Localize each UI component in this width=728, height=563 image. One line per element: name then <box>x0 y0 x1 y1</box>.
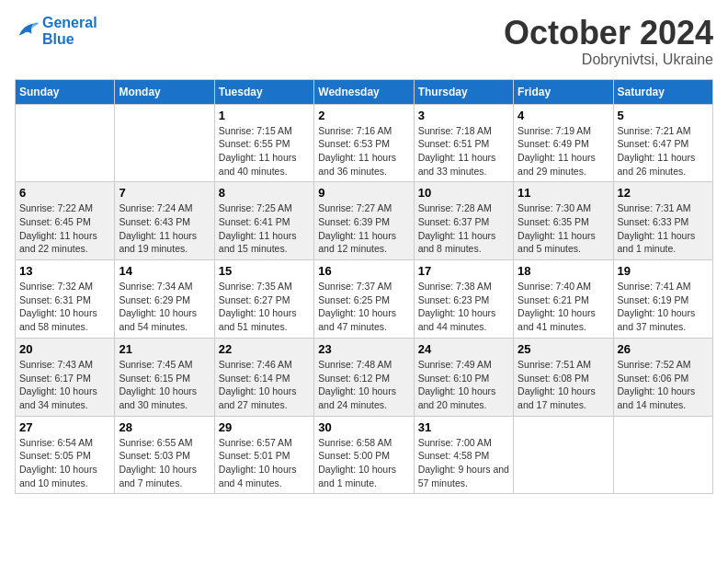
calendar-day-cell: 29Sunrise: 6:57 AMSunset: 5:01 PMDayligh… <box>214 416 313 494</box>
calendar-day-cell: 10Sunrise: 7:28 AMSunset: 6:37 PMDayligh… <box>414 182 513 260</box>
day-number: 17 <box>418 264 509 278</box>
day-info: Sunrise: 7:41 AMSunset: 6:19 PMDaylight:… <box>618 280 709 334</box>
day-info: Sunrise: 7:52 AMSunset: 6:06 PMDaylight:… <box>618 358 709 412</box>
calendar-day-cell: 15Sunrise: 7:35 AMSunset: 6:27 PMDayligh… <box>214 260 313 339</box>
day-info: Sunrise: 7:22 AMSunset: 6:45 PMDaylight:… <box>19 201 110 256</box>
day-number: 5 <box>618 109 709 122</box>
calendar-day-cell <box>613 416 712 494</box>
day-number: 13 <box>19 264 110 278</box>
calendar-day-cell: 18Sunrise: 7:40 AMSunset: 6:21 PMDayligh… <box>514 260 613 339</box>
day-number: 27 <box>19 420 110 434</box>
day-number: 15 <box>219 264 310 278</box>
day-info: Sunrise: 7:38 AMSunset: 6:23 PMDaylight:… <box>418 280 509 334</box>
day-number: 30 <box>318 420 409 434</box>
day-number: 2 <box>318 109 409 122</box>
day-number: 18 <box>518 264 609 278</box>
day-info: Sunrise: 7:15 AMSunset: 6:55 PMDaylight:… <box>219 124 310 178</box>
day-info: Sunrise: 7:46 AMSunset: 6:14 PMDaylight:… <box>219 358 310 412</box>
header: General Blue October 2024 Dobrynivtsi, U… <box>15 15 713 68</box>
day-info: Sunrise: 7:51 AMSunset: 6:08 PMDaylight:… <box>518 358 609 412</box>
calendar-day-cell: 8Sunrise: 7:25 AMSunset: 6:41 PMDaylight… <box>214 182 313 260</box>
day-info: Sunrise: 7:48 AMSunset: 6:12 PMDaylight:… <box>318 358 409 412</box>
day-number: 26 <box>618 342 709 356</box>
calendar-day-cell: 6Sunrise: 7:22 AMSunset: 6:45 PMDaylight… <box>16 182 115 260</box>
calendar-day-cell: 13Sunrise: 7:32 AMSunset: 6:31 PMDayligh… <box>16 260 115 339</box>
calendar: SundayMondayTuesdayWednesdayThursdayFrid… <box>15 79 713 495</box>
weekday-header: Tuesday <box>214 79 313 104</box>
calendar-day-cell <box>514 416 613 494</box>
day-info: Sunrise: 7:24 AMSunset: 6:43 PMDaylight:… <box>119 201 210 256</box>
calendar-day-cell: 30Sunrise: 6:58 AMSunset: 5:00 PMDayligh… <box>314 416 414 494</box>
logo-general: General <box>42 15 97 31</box>
calendar-day-cell: 23Sunrise: 7:48 AMSunset: 6:12 PMDayligh… <box>314 338 414 416</box>
calendar-day-cell: 11Sunrise: 7:30 AMSunset: 6:35 PMDayligh… <box>514 182 613 260</box>
logo: General Blue <box>15 15 97 47</box>
calendar-day-cell: 1Sunrise: 7:15 AMSunset: 6:55 PMDaylight… <box>214 104 313 182</box>
day-info: Sunrise: 7:30 AMSunset: 6:35 PMDaylight:… <box>518 201 609 256</box>
day-number: 19 <box>618 264 709 278</box>
day-info: Sunrise: 7:45 AMSunset: 6:15 PMDaylight:… <box>119 358 210 412</box>
calendar-day-cell: 28Sunrise: 6:55 AMSunset: 5:03 PMDayligh… <box>115 416 214 494</box>
calendar-week-row: 1Sunrise: 7:15 AMSunset: 6:55 PMDaylight… <box>16 104 713 182</box>
calendar-week-row: 27Sunrise: 6:54 AMSunset: 5:05 PMDayligh… <box>16 416 713 494</box>
calendar-week-row: 20Sunrise: 7:43 AMSunset: 6:17 PMDayligh… <box>16 338 713 416</box>
calendar-day-cell: 22Sunrise: 7:46 AMSunset: 6:14 PMDayligh… <box>214 338 313 416</box>
day-info: Sunrise: 7:28 AMSunset: 6:37 PMDaylight:… <box>418 201 509 256</box>
calendar-day-cell: 7Sunrise: 7:24 AMSunset: 6:43 PMDaylight… <box>115 182 214 260</box>
day-number: 10 <box>418 186 509 200</box>
day-number: 3 <box>418 109 509 122</box>
month-title: October 2024 <box>504 15 713 52</box>
day-info: Sunrise: 6:54 AMSunset: 5:05 PMDaylight:… <box>19 436 110 490</box>
weekday-header-row: SundayMondayTuesdayWednesdayThursdayFrid… <box>16 79 713 104</box>
day-info: Sunrise: 7:37 AMSunset: 6:25 PMDaylight:… <box>318 280 409 334</box>
calendar-day-cell: 3Sunrise: 7:18 AMSunset: 6:51 PMDaylight… <box>414 104 513 182</box>
day-info: Sunrise: 7:25 AMSunset: 6:41 PMDaylight:… <box>219 201 310 256</box>
day-number: 7 <box>119 186 210 200</box>
weekday-header: Thursday <box>414 79 513 104</box>
day-number: 25 <box>518 342 609 356</box>
weekday-header: Saturday <box>613 79 712 104</box>
day-number: 4 <box>518 109 609 122</box>
day-info: Sunrise: 7:32 AMSunset: 6:31 PMDaylight:… <box>19 280 110 334</box>
calendar-day-cell: 25Sunrise: 7:51 AMSunset: 6:08 PMDayligh… <box>514 338 613 416</box>
day-info: Sunrise: 6:57 AMSunset: 5:01 PMDaylight:… <box>219 436 310 490</box>
calendar-day-cell: 19Sunrise: 7:41 AMSunset: 6:19 PMDayligh… <box>613 260 712 339</box>
weekday-header: Monday <box>115 79 214 104</box>
day-info: Sunrise: 7:49 AMSunset: 6:10 PMDaylight:… <box>418 358 509 412</box>
day-info: Sunrise: 6:58 AMSunset: 5:00 PMDaylight:… <box>318 436 409 490</box>
calendar-day-cell: 2Sunrise: 7:16 AMSunset: 6:53 PMDaylight… <box>314 104 414 182</box>
day-number: 29 <box>219 420 310 434</box>
day-info: Sunrise: 6:55 AMSunset: 5:03 PMDaylight:… <box>119 436 210 490</box>
calendar-day-cell: 31Sunrise: 7:00 AMSunset: 4:58 PMDayligh… <box>414 416 513 494</box>
day-number: 8 <box>219 186 310 200</box>
day-info: Sunrise: 7:18 AMSunset: 6:51 PMDaylight:… <box>418 124 509 178</box>
location-subtitle: Dobrynivtsi, Ukraine <box>504 52 713 68</box>
day-info: Sunrise: 7:35 AMSunset: 6:27 PMDaylight:… <box>219 280 310 334</box>
calendar-day-cell: 21Sunrise: 7:45 AMSunset: 6:15 PMDayligh… <box>115 338 214 416</box>
day-number: 24 <box>418 342 509 356</box>
logo-blue: Blue <box>42 31 97 48</box>
day-number: 14 <box>119 264 210 278</box>
weekday-header: Sunday <box>16 79 115 104</box>
calendar-day-cell: 4Sunrise: 7:19 AMSunset: 6:49 PMDaylight… <box>514 104 613 182</box>
day-number: 28 <box>119 420 210 434</box>
day-info: Sunrise: 7:40 AMSunset: 6:21 PMDaylight:… <box>518 280 609 334</box>
calendar-day-cell: 5Sunrise: 7:21 AMSunset: 6:47 PMDaylight… <box>613 104 712 182</box>
calendar-week-row: 6Sunrise: 7:22 AMSunset: 6:45 PMDaylight… <box>16 182 713 260</box>
logo-icon <box>15 17 40 42</box>
calendar-day-cell: 24Sunrise: 7:49 AMSunset: 6:10 PMDayligh… <box>414 338 513 416</box>
day-number: 21 <box>119 342 210 356</box>
calendar-week-row: 13Sunrise: 7:32 AMSunset: 6:31 PMDayligh… <box>16 260 713 339</box>
day-number: 1 <box>219 109 310 122</box>
calendar-day-cell: 27Sunrise: 6:54 AMSunset: 5:05 PMDayligh… <box>16 416 115 494</box>
day-number: 22 <box>219 342 310 356</box>
calendar-day-cell: 20Sunrise: 7:43 AMSunset: 6:17 PMDayligh… <box>16 338 115 416</box>
calendar-day-cell: 26Sunrise: 7:52 AMSunset: 6:06 PMDayligh… <box>613 338 712 416</box>
day-info: Sunrise: 7:34 AMSunset: 6:29 PMDaylight:… <box>119 280 210 334</box>
calendar-day-cell: 16Sunrise: 7:37 AMSunset: 6:25 PMDayligh… <box>314 260 414 339</box>
calendar-day-cell: 17Sunrise: 7:38 AMSunset: 6:23 PMDayligh… <box>414 260 513 339</box>
day-info: Sunrise: 7:21 AMSunset: 6:47 PMDaylight:… <box>618 124 709 178</box>
day-number: 6 <box>19 186 110 200</box>
day-info: Sunrise: 7:27 AMSunset: 6:39 PMDaylight:… <box>318 201 409 256</box>
day-info: Sunrise: 7:31 AMSunset: 6:33 PMDaylight:… <box>618 201 709 256</box>
